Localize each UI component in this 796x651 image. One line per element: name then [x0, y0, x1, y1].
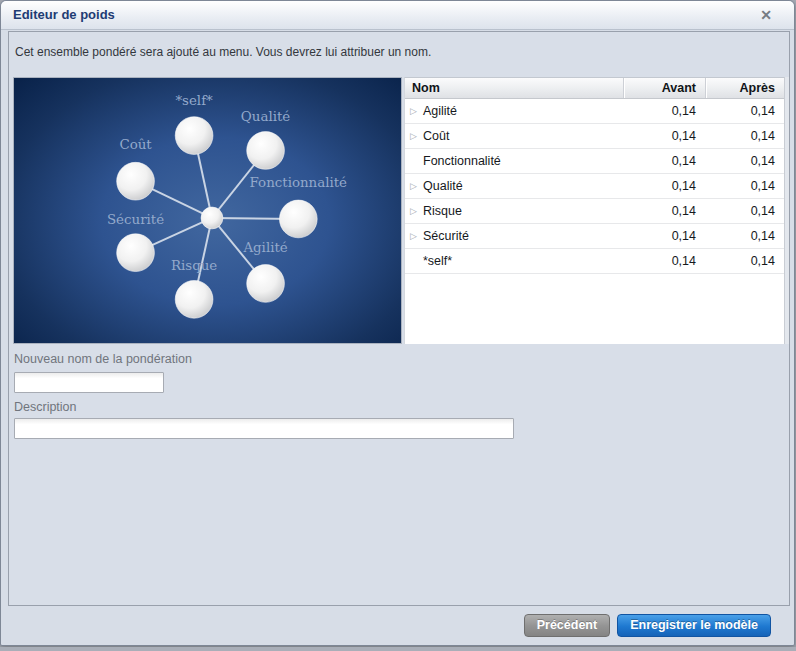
graph-node[interactable]: [247, 132, 285, 170]
new-name-input[interactable]: [14, 372, 164, 393]
row-name: Coût: [423, 129, 449, 143]
dialog-content-panel: Cet ensemble pondéré sera ajouté au menu…: [8, 31, 790, 606]
graph-node[interactable]: [175, 280, 213, 318]
row-name: Agilité: [423, 104, 457, 118]
column-header-avant[interactable]: Avant: [623, 78, 705, 98]
close-icon[interactable]: ✕: [760, 6, 772, 24]
graph-node[interactable]: [175, 117, 213, 155]
dialog-titlebar[interactable]: Editeur de poids ✕: [1, 1, 794, 30]
graph-node-label: Qualité: [241, 109, 290, 124]
row-avant-value: 0,14: [623, 129, 705, 143]
row-name: *self*: [423, 254, 452, 268]
column-header-nom[interactable]: Nom: [405, 78, 623, 98]
table-row[interactable]: ▷Coût0,140,14: [405, 124, 784, 149]
page-background-strip: [0, 647, 796, 651]
info-message: Cet ensemble pondéré sera ajouté au menu…: [15, 45, 431, 59]
graph-node-label: *self*: [175, 93, 213, 108]
table-row[interactable]: ▷Sécurité0,140,14: [405, 224, 784, 249]
dialog-footer: Précédent Enregistrer le modèle: [1, 605, 794, 645]
row-apres-value: 0,14: [705, 104, 784, 118]
row-avant-value: 0,14: [623, 179, 705, 193]
row-apres-value: 0,14: [705, 254, 784, 268]
graph-node-label: Sécurité: [107, 212, 164, 227]
row-avant-value: 0,14: [623, 229, 705, 243]
row-apres-value: 0,14: [705, 204, 784, 218]
row-avant-value: 0,14: [623, 254, 705, 268]
weights-table-header: Nom Avant Après: [405, 78, 784, 99]
row-avant-value: 0,14: [623, 104, 705, 118]
save-model-button[interactable]: Enregistrer le modèle: [617, 614, 771, 637]
row-name: Qualité: [423, 179, 463, 193]
row-name: Fonctionnalité: [423, 154, 501, 168]
expand-triangle-icon[interactable]: ▷: [410, 106, 423, 116]
graph-node[interactable]: [279, 200, 317, 238]
expand-triangle-icon[interactable]: ▷: [410, 206, 423, 216]
row-avant-value: 0,14: [623, 204, 705, 218]
previous-button[interactable]: Précédent: [524, 614, 610, 637]
expand-triangle-icon[interactable]: ▷: [410, 231, 423, 241]
graph-center-node[interactable]: [201, 207, 223, 229]
row-name: Sécurité: [423, 229, 469, 243]
table-row[interactable]: ▷Risque0,140,14: [405, 199, 784, 224]
expand-triangle-icon[interactable]: ▷: [410, 131, 423, 141]
table-row[interactable]: Fonctionnalité0,140,14: [405, 149, 784, 174]
row-avant-value: 0,14: [623, 154, 705, 168]
graph-node-label: Agilité: [242, 240, 287, 255]
expand-triangle-icon[interactable]: ▷: [410, 181, 423, 191]
weights-graph-svg: *self*QualitéCoûtFonctionnalitéSécuritéR…: [14, 78, 401, 343]
weights-graph: *self*QualitéCoûtFonctionnalitéSécuritéR…: [13, 77, 402, 344]
table-row[interactable]: ▷Qualité0,140,14: [405, 174, 784, 199]
weights-table: Nom Avant Après ▷Agilité0,140,14▷Coût0,1…: [404, 77, 784, 344]
table-row[interactable]: *self*0,140,14: [405, 249, 784, 274]
graph-node-label: Coût: [119, 137, 152, 152]
table-row[interactable]: ▷Agilité0,140,14: [405, 99, 784, 124]
graph-node-label: Fonctionnalité: [250, 175, 348, 190]
dialog-title: Editeur de poids: [13, 7, 115, 22]
row-apres-value: 0,14: [705, 179, 784, 193]
graph-node[interactable]: [247, 265, 285, 303]
weights-table-body: ▷Agilité0,140,14▷Coût0,140,14Fonctionnal…: [405, 99, 784, 274]
graph-node-label: Risque: [171, 258, 217, 273]
row-apres-value: 0,14: [705, 129, 784, 143]
graph-node[interactable]: [117, 234, 155, 272]
column-header-apres[interactable]: Après: [705, 78, 784, 98]
row-name: Risque: [423, 204, 462, 218]
new-name-label: Nouveau nom de la pondération: [14, 352, 192, 366]
weight-editor-dialog: Editeur de poids ✕ Cet ensemble pondéré …: [0, 0, 795, 646]
description-input[interactable]: [14, 418, 514, 439]
row-apres-value: 0,14: [705, 229, 784, 243]
row-apres-value: 0,14: [705, 154, 784, 168]
table-scrollbar-track[interactable]: [784, 77, 789, 344]
description-label: Description: [14, 400, 77, 414]
graph-node[interactable]: [117, 162, 155, 200]
